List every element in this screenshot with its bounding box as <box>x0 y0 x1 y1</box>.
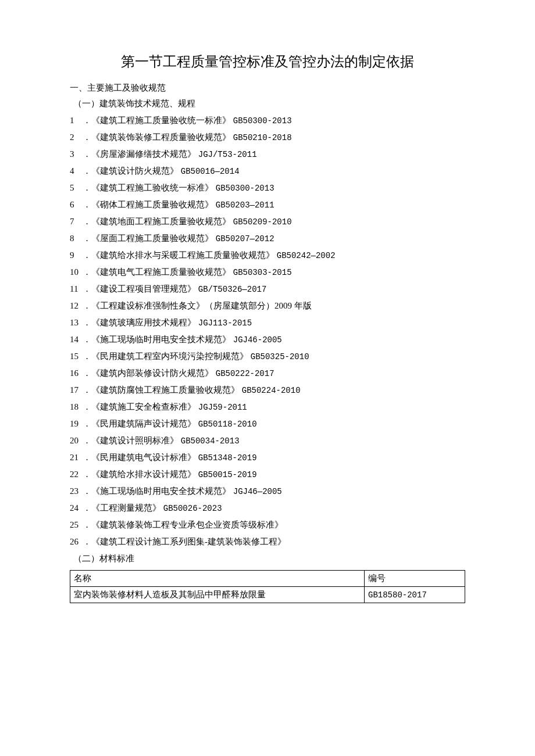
table-header-name: 名称 <box>70 571 365 587</box>
item-code: GB/T50326—2017 <box>198 285 267 294</box>
item-number: 22 <box>70 470 83 479</box>
item-number: 14 <box>70 335 83 345</box>
item-dot: ． <box>83 402 91 411</box>
item-number: 11 <box>70 284 83 294</box>
item-text: 《建筑设计照明标准》 <box>91 436 179 445</box>
item-number: 9 <box>70 250 83 260</box>
list-item: 11．《建设工程项目管理规范》 GB/T50326—2017 <box>70 284 465 295</box>
item-text: 《施工现场临时用电安全技术规范》 <box>91 486 231 496</box>
item-number: 17 <box>70 385 83 395</box>
item-text: 《建设工程项目管理规范》 <box>91 284 196 293</box>
item-code: JGJ/T53-2011 <box>198 150 257 159</box>
item-number: 13 <box>70 318 83 328</box>
list-item: 6．《砌体工程施工质量验收规范》 GB50203—2011 <box>70 199 465 210</box>
item-number: 6 <box>70 200 83 210</box>
item-number: 15 <box>70 352 83 361</box>
list-item: 2．《建筑装饰装修工程质量验收规范》 GB50210-2018 <box>70 132 465 143</box>
item-text: 《建筑工程施工验收统一标准》 <box>91 183 213 192</box>
item-number: 10 <box>70 267 83 277</box>
item-dot: ． <box>83 520 91 529</box>
list-item: 10．《建筑电气工程施工质量验收规范》 GB50303-2015 <box>70 267 465 278</box>
item-code: GB50210-2018 <box>233 133 292 142</box>
item-text: 《建筑防腐蚀工程施工质量验收规范》 <box>91 385 240 395</box>
item-text: 《建筑电气工程施工质量验收规范》 <box>91 267 231 277</box>
item-dot: ． <box>83 419 91 428</box>
item-code: GB50203—2011 <box>216 200 274 210</box>
item-dot: ． <box>83 149 91 159</box>
item-text: 《屋面工程施工质量验收规范》 <box>91 234 213 243</box>
list-item: 14．《施工现场临时用电安全技术规范》 JGJ46-2005 <box>70 334 465 345</box>
item-number: 18 <box>70 402 83 412</box>
item-text: 《建筑施工安全检查标准》 <box>91 402 196 411</box>
list-item: 26．《建筑工程设计施工系列图集-建筑装饰装修工程》 <box>70 536 465 547</box>
item-code: GB50118-2010 <box>198 420 257 429</box>
list-item: 12．《工程建设标准强制性条文》（房屋建筑部分）2009 年版 <box>70 300 465 311</box>
item-dot: ． <box>83 385 91 395</box>
list-item: 13．《建筑玻璃应用技术规程》 JGJ113-2015 <box>70 317 465 328</box>
item-text: 《建筑地面工程施工质量验收规范》 <box>91 217 231 226</box>
item-dot: ． <box>83 453 91 462</box>
table-cell-name: 室内装饰装修材料人造板及其制品中甲醛释放限量 <box>70 587 365 603</box>
item-dot: ． <box>83 200 91 209</box>
item-number: 20 <box>70 436 83 446</box>
item-number: 25 <box>70 520 83 530</box>
item-text: 《建筑设计防火规范》 <box>91 166 179 175</box>
item-text: 《民用建筑电气设计标准》 <box>91 453 196 462</box>
item-code: GB50325-2010 <box>251 352 309 361</box>
item-text: 《建筑装修装饰工程专业承包企业资质等级标准》 <box>91 520 283 529</box>
item-code: JGJ46—2005 <box>233 487 282 496</box>
list-item: 9．《建筑给水排水与采暖工程施工质量验收规范》 GB50242—2002 <box>70 250 465 261</box>
page-title: 第一节工程质量管控标准及管控办法的制定依据 <box>70 52 465 71</box>
item-dot: ． <box>83 436 91 445</box>
list-item: 24．《工程测量规范》 GB50026-2023 <box>70 503 465 514</box>
item-text: 《民用建筑工程室内环境污染控制规范》 <box>91 352 248 361</box>
list-item: 4．《建筑设计防火规范》 GB50016—2014 <box>70 166 465 177</box>
item-code: GB50207—2012 <box>216 234 274 243</box>
item-dot: ． <box>83 368 91 378</box>
item-dot: ． <box>83 318 91 327</box>
item-dot: ． <box>83 503 91 513</box>
item-dot: ． <box>83 217 91 226</box>
item-code: GB50016—2014 <box>181 167 240 176</box>
list-item: 17．《建筑防腐蚀工程施工质量验收规范》 GB50224-2010 <box>70 385 465 396</box>
item-dot: ． <box>83 470 91 479</box>
item-text: 《工程建设标准强制性条文》（房屋建筑部分）2009 年版 <box>91 301 312 310</box>
list-item: 18．《建筑施工安全检查标准》 JGJ59-2011 <box>70 402 465 413</box>
item-number: 1 <box>70 116 83 126</box>
item-text: 《房屋渗漏修缮技术规范》 <box>91 149 196 159</box>
table-row: 室内装饰装修材料人造板及其制品中甲醛释放限量GB18580-2017 <box>70 587 465 603</box>
item-code: GB50015-2019 <box>198 470 257 479</box>
item-number: 24 <box>70 503 83 513</box>
list-item: 7．《建筑地面工程施工质量验收规范》 GB50209-2010 <box>70 216 465 227</box>
item-number: 5 <box>70 183 83 193</box>
item-code: JGJ59-2011 <box>198 403 247 412</box>
item-number: 12 <box>70 301 83 311</box>
item-dot: ． <box>83 116 91 125</box>
item-number: 21 <box>70 453 83 463</box>
item-code: GB50034-2013 <box>181 436 240 446</box>
item-text: 《建筑工程设计施工系列图集-建筑装饰装修工程》 <box>91 537 286 546</box>
list-item: 21．《民用建筑电气设计标准》 GB51348-2019 <box>70 452 465 463</box>
material-table: 名称 编号 室内装饰装修材料人造板及其制品中甲醛释放限量GB18580-2017 <box>70 570 465 603</box>
item-dot: ． <box>83 267 91 277</box>
list-item: 20．《建筑设计照明标准》 GB50034-2013 <box>70 435 465 446</box>
item-dot: ． <box>83 166 91 175</box>
item-text: 《建筑给水排水设计规范》 <box>91 470 196 479</box>
item-number: 19 <box>70 419 83 429</box>
item-text: 《建筑玻璃应用技术规程》 <box>91 318 196 327</box>
item-text: 《建筑内部装修设计防火规范》 <box>91 368 213 378</box>
section-heading-1: 一、主要施工及验收规范 <box>70 83 465 94</box>
subsection-heading-2: （二）材料标准 <box>73 553 465 564</box>
item-text: 《建筑给水排水与采暖工程施工质量验收规范》 <box>91 250 274 260</box>
list-item: 25．《建筑装修装饰工程专业承包企业资质等级标准》 <box>70 519 465 531</box>
item-dot: ． <box>83 301 91 310</box>
list-item: 22．《建筑给水排水设计规范》 GB50015-2019 <box>70 469 465 480</box>
item-text: 《建筑工程施工质量验收统一标准》 <box>91 116 231 125</box>
item-text: 《建筑装饰装修工程质量验收规范》 <box>91 132 231 142</box>
item-dot: ． <box>83 234 91 243</box>
list-item: 5．《建筑工程施工验收统一标准》 GB50300-2013 <box>70 182 465 194</box>
list-item: 16．《建筑内部装修设计防火规范》 GB50222-2017 <box>70 368 465 379</box>
item-dot: ． <box>83 537 91 546</box>
item-code: GB50300-2013 <box>233 116 292 126</box>
list-item: 3．《房屋渗漏修缮技术规范》 JGJ/T53-2011 <box>70 149 465 160</box>
